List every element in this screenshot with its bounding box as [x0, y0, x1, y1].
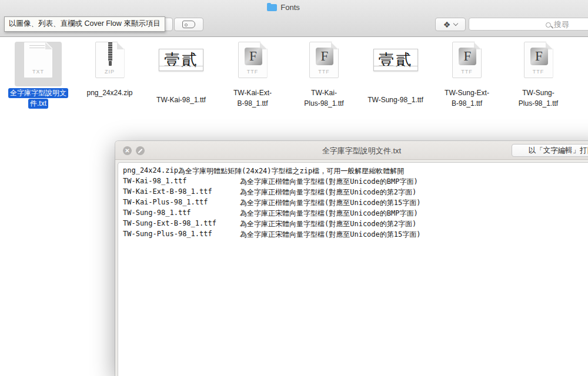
file-label: TW-Kai-Ext-B-98_1.ttf [217, 88, 289, 109]
folder-icon [267, 4, 277, 11]
dropbox-icon: ❖ [443, 21, 451, 29]
file-item-5[interactable]: FTTFTW-Kai-Plus-98_1.ttf [288, 38, 360, 109]
quicklook-content: png_24x24.zip為全字庫明體點矩陣(24x24)字型檔之zip檔，可用… [115, 160, 588, 376]
quicklook-window: ✕ 全字庫字型說明文件.txt 以「文字編輯」打開 png_24x24.zip為… [115, 141, 588, 376]
text-preview-box: png_24x24.zip為全字庫明體點矩陣(24x24)字型檔之zip檔，可用… [118, 162, 588, 376]
text-line: TW-Kai-Plus-98_1.ttf為全字庫正楷體向量字型檔(對應至Unic… [123, 198, 588, 209]
file-item-8[interactable]: FTTFTW-Sung-Plus-98_1.ttf [503, 38, 574, 109]
ttf-file-icon: FTTF [309, 42, 339, 78]
finder-toolbar: Fonts ⚙ ❖ 搜尋 [0, 0, 588, 37]
file-item-6[interactable]: 壹貳TW-Sung-98_1.ttf [360, 38, 432, 106]
ttf-file-icon: FTTF [238, 42, 268, 78]
file-label: TW-Kai-Plus-98_1.ttf [288, 88, 360, 109]
view-tooltip: 以圖像、列表、直欄或 Cover Flow 來顯示項目 [4, 16, 165, 32]
search-input[interactable]: 搜尋 [469, 18, 588, 31]
file-item-4[interactable]: FTTFTW-Kai-Ext-B-98_1.ttf [217, 38, 289, 109]
file-label: TW-Kai-98_1.ttf [145, 95, 217, 106]
file-label: TW-Sung-Ext-B-98_1.ttf [431, 88, 503, 109]
window-title: Fonts [280, 3, 300, 12]
search-placeholder: 搜尋 [554, 19, 569, 30]
chevron-down-icon [453, 21, 458, 26]
window-title-area: Fonts [0, 3, 588, 13]
open-with-button[interactable]: 以「文字編輯」打開 [512, 144, 588, 157]
text-line: TW-Kai-98_1.ttf為全字庫正楷體向量字型檔(對應至Unicode的B… [123, 177, 588, 187]
txt-file-icon: TXT [24, 42, 53, 78]
file-item-3[interactable]: 壹貳TW-Kai-98_1.ttf [145, 38, 217, 106]
search-icon [546, 22, 551, 28]
file-label: 全字庫字型說明文件.txt [2, 88, 74, 109]
ttf-file-icon: FTTF [524, 42, 553, 78]
dropbox-button[interactable]: ❖ [435, 18, 466, 31]
file-label: png_24x24.zip [74, 88, 146, 99]
quicklook-titlebar[interactable]: ✕ 全字庫字型說明文件.txt 以「文字編輯」打開 [115, 141, 588, 160]
text-line: png_24x24.zip為全字庫明體點矩陣(24x24)字型檔之zip檔，可用… [123, 166, 588, 177]
tags-button[interactable] [174, 18, 203, 31]
text-line: TW-Sung-Ext-B-98_1.ttf為全字庫正宋體向量字型檔(對應至Un… [123, 219, 588, 230]
ttf-file-icon: FTTF [452, 42, 482, 78]
text-line: TW-Kai-Ext-B-98_1.ttf為全字庫正楷體向量字型檔(對應至Uni… [123, 187, 588, 198]
file-label: TW-Sung-98_1.ttf [360, 95, 432, 106]
text-line: TW-Sung-98_1.ttf為全字庫正宋體向量字型檔(對應至Unicode的… [123, 209, 588, 219]
finder-window: Fonts ⚙ ❖ 搜尋 [0, 0, 588, 376]
text-preview: png_24x24.zip為全字庫明體點矩陣(24x24)字型檔之zip檔，可用… [118, 163, 588, 244]
zip-file-icon: ZIP [95, 42, 125, 78]
file-item-7[interactable]: FTTFTW-Sung-Ext-B-98_1.ttf [431, 38, 503, 109]
font-preview-icon: 壹貳 [373, 49, 418, 71]
font-preview-icon: 壹貳 [159, 49, 203, 71]
tag-icon [182, 21, 195, 28]
file-item-2[interactable]: ZIPpng_24x24.zip [74, 38, 146, 99]
text-line: TW-Sung-Plus-98_1.ttf為全字庫正宋體向量字型檔(對應至Uni… [123, 230, 588, 240]
file-label: TW-Sung-Plus-98_1.ttf [503, 88, 574, 109]
file-item-1[interactable]: TXT全字庫字型說明文件.txt [2, 38, 74, 109]
